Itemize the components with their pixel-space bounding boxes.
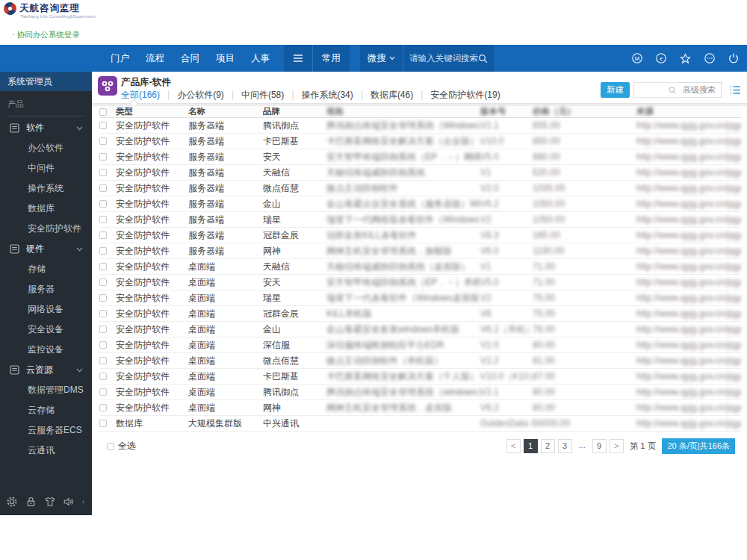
table-row[interactable]: 安全防护软件 桌面端 腾讯御点 腾讯御点终端安全管理系统（windows）/ V… bbox=[99, 385, 741, 400]
sidebar-item[interactable]: 监控设备 bbox=[0, 340, 92, 360]
page-2-button[interactable]: 2 bbox=[541, 439, 555, 453]
row-checkbox[interactable] bbox=[99, 231, 107, 239]
oa-login-link[interactable]: · 协同办公系统登录 bbox=[0, 27, 92, 43]
nav-contract[interactable]: 合同 bbox=[173, 45, 208, 72]
table-row[interactable]: 安全防护软件 服务器端 卡巴斯基 卡巴斯基网络安全解决方案（企业版）- 标准… … bbox=[99, 134, 741, 149]
nav-portal[interactable]: 门户 bbox=[102, 45, 137, 72]
sidebar-group-header[interactable]: 云资源 bbox=[0, 360, 92, 380]
table-row[interactable]: 安全防护软件 桌面端 卡巴斯基 卡巴斯基网络安全解决方案（个人版）- 标准… V… bbox=[99, 369, 741, 385]
row-checkbox[interactable] bbox=[99, 294, 107, 302]
e-message-icon[interactable]: e bbox=[655, 52, 667, 64]
row-checkbox[interactable] bbox=[99, 310, 107, 317]
global-search-input[interactable] bbox=[409, 54, 478, 63]
row-checkbox[interactable] bbox=[99, 279, 107, 286]
row-checkbox[interactable] bbox=[99, 153, 107, 161]
sidebar-group-header[interactable]: 硬件 bbox=[0, 239, 92, 259]
row-checkbox[interactable] bbox=[99, 247, 107, 255]
search-icon[interactable] bbox=[478, 54, 488, 63]
next-page-button[interactable]: > bbox=[610, 439, 624, 453]
menu-hamburger-icon[interactable] bbox=[284, 45, 313, 72]
table-row[interactable]: 安全防护软件 服务器端 天融信 天融信终端威胁防御系统 V1 520.00 ht… bbox=[99, 165, 741, 181]
tab-os[interactable]: 操作系统(34) bbox=[284, 89, 353, 102]
volume-icon[interactable] bbox=[63, 496, 75, 508]
tab-all[interactable]: 全部(166) bbox=[121, 89, 160, 102]
sidebar-item[interactable]: 网络设备 bbox=[0, 299, 92, 320]
table-row[interactable]: 安全防护软件 桌面端 网神 网神主机安全管理系统．桌面版 V6.2 80.00 … bbox=[99, 400, 741, 416]
row-checkbox[interactable] bbox=[99, 184, 107, 192]
table-row[interactable]: 安全防护软件 桌面端 瑞星 瑞星下一代杀毒软件（Windows桌面版） V2 7… bbox=[99, 290, 741, 306]
tab-database[interactable]: 数据库(46) bbox=[353, 89, 413, 102]
nav-favorites[interactable]: 常用 bbox=[313, 45, 350, 72]
select-all-header-checkbox[interactable] bbox=[99, 108, 107, 116]
nav-hr[interactable]: 人事 bbox=[243, 45, 278, 72]
page-size-badge[interactable]: 20 条/页|共166条 bbox=[662, 438, 735, 454]
row-checkbox[interactable] bbox=[99, 216, 107, 223]
new-button[interactable]: 新建 bbox=[601, 82, 630, 98]
theme-shirt-icon[interactable] bbox=[44, 496, 56, 508]
search-icon[interactable] bbox=[668, 86, 677, 95]
table-row[interactable]: 安全防护软件 桌面端 金山 金山毒霸安全套装windows单机版 V6.2（单机… bbox=[99, 322, 741, 337]
row-checkbox[interactable] bbox=[99, 420, 107, 427]
row-checkbox[interactable] bbox=[99, 404, 107, 411]
row-checkbox[interactable] bbox=[99, 122, 107, 129]
sidebar-item[interactable]: 安全防护软件 bbox=[0, 219, 92, 239]
sidebar-item[interactable]: 安全设备 bbox=[0, 320, 92, 340]
table-row[interactable]: 安全防护软件 服务器端 微点佰慧 微点主动防御软件 V2.0 1035.00 h… bbox=[99, 181, 741, 196]
table-row[interactable]: 安全防护软件 服务器端 瑞星 瑞星下一代网络版杀毒软件（Windows服务器） … bbox=[99, 212, 741, 228]
select-all-checkbox[interactable] bbox=[107, 443, 114, 450]
table-row[interactable]: 安全防护软件 桌面端 深信服 深信服终端检测响应平台EDR V2.0 80.00… bbox=[99, 337, 741, 353]
row-checkbox[interactable] bbox=[99, 373, 107, 380]
table-row[interactable]: 安全防护软件 服务器端 冠群金辰 冠群金辰KILL杀毒软件 V8.3 165.0… bbox=[99, 228, 741, 243]
sidebar-item[interactable]: 办公软件 bbox=[0, 138, 92, 158]
sidebar-item[interactable]: 存储 bbox=[0, 259, 92, 279]
table-row[interactable]: 安全防护软件 服务器端 腾讯御点 腾讯御点终端安全管理系统（Windows版） … bbox=[99, 118, 741, 134]
search-scope-dropdown[interactable]: 微搜 bbox=[360, 45, 403, 72]
row-checkbox[interactable] bbox=[99, 341, 107, 349]
row-checkbox[interactable] bbox=[99, 200, 107, 208]
page-9-button[interactable]: 9 bbox=[592, 439, 607, 453]
table-row[interactable]: 安全防护软件 服务器端 安天 安天智甲终端防御系统（EP．－）网络版 V5.0 … bbox=[99, 149, 741, 165]
row-checkbox[interactable] bbox=[99, 357, 107, 364]
table-row[interactable]: 安全防护软件 服务器端 金山 金山毒霸企业安全系统（服务器版）Windows网络… bbox=[99, 196, 741, 212]
nav-project[interactable]: 项目 bbox=[208, 45, 243, 72]
sidebar-item[interactable]: 服务器 bbox=[0, 279, 92, 299]
sidebar-item[interactable]: 数据管理DMS bbox=[0, 380, 92, 400]
more-icon[interactable] bbox=[704, 52, 716, 64]
lock-icon[interactable] bbox=[25, 496, 37, 508]
prev-page-button[interactable]: < bbox=[506, 439, 521, 453]
table-row[interactable]: 安全防护软件 桌面端 冠群金辰 KILL单机版 V8 75.00 http://… bbox=[99, 306, 741, 322]
tab-office-software[interactable]: 办公软件(9) bbox=[160, 89, 224, 102]
sidebar-group-header[interactable]: 软件 bbox=[0, 118, 92, 138]
row-checkbox[interactable] bbox=[99, 326, 107, 333]
list-view-icon[interactable] bbox=[730, 85, 741, 95]
page-3-button[interactable]: 3 bbox=[558, 439, 572, 453]
power-icon[interactable] bbox=[728, 52, 740, 64]
sidebar-item[interactable]: 中间件 bbox=[0, 158, 92, 178]
sidebar-item[interactable]: 数据库 bbox=[0, 199, 92, 219]
advanced-search-button[interactable]: 高级搜索 bbox=[677, 82, 722, 98]
row-checkbox[interactable] bbox=[99, 263, 107, 270]
select-all[interactable]: 全选 bbox=[107, 440, 136, 452]
table-row[interactable]: 安全防护软件 桌面端 微点佰慧 微点主动防御软件（单机版） V2.2 81.00… bbox=[99, 353, 741, 369]
row-checkbox[interactable] bbox=[99, 137, 107, 145]
table-row[interactable]: 安全防护软件 服务器端 网神 网神主机安全管理系统．旗舰版 V6.0 1190.… bbox=[99, 243, 741, 259]
table-row[interactable]: 数据库 大规模集群版 中兴通讯 GoldenData s… 50000.00 h… bbox=[99, 416, 741, 432]
sidebar-item[interactable]: 云通讯 bbox=[0, 441, 92, 461]
sidebar-role[interactable]: 系统管理员 bbox=[0, 72, 92, 91]
sidebar-item[interactable]: 操作系统 bbox=[0, 178, 92, 199]
sidebar-item[interactable]: 云存储 bbox=[0, 400, 92, 420]
tab-middleware[interactable]: 中间件(58) bbox=[224, 89, 284, 102]
settings-gear-icon[interactable] bbox=[6, 496, 18, 508]
cell-price: 855.00 bbox=[533, 120, 636, 131]
table-row[interactable]: 安全防护软件 桌面端 安天 安天智甲终端防御系统（EP．－）单机版 V5.0 7… bbox=[99, 275, 741, 290]
nav-process[interactable]: 流程 bbox=[137, 45, 173, 72]
page-1-button[interactable]: 1 bbox=[524, 439, 538, 453]
m-badge-icon[interactable]: M bbox=[631, 52, 643, 64]
tab-security-software[interactable]: 安全防护软件(19) bbox=[413, 89, 500, 102]
table-row[interactable]: 安全防护软件 桌面端 天融信 天融信终端威胁防御系统（桌面版） V1 71.00… bbox=[99, 259, 741, 275]
collapse-icon[interactable]: ‹ bbox=[82, 498, 84, 505]
sidebar-item[interactable]: 云服务器ECS bbox=[0, 420, 92, 441]
row-checkbox[interactable] bbox=[99, 388, 107, 396]
star-icon[interactable] bbox=[679, 52, 692, 65]
row-checkbox[interactable] bbox=[99, 169, 107, 176]
